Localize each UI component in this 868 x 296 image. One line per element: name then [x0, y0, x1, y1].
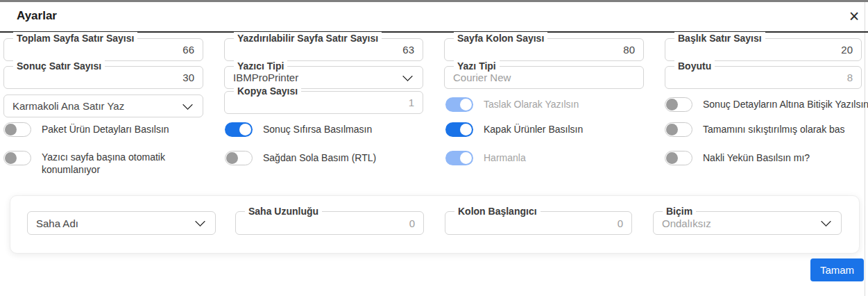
- printer-auto-position-toggle-row: Yazıcı sayfa başına otomatik konumlanıyo…: [3, 151, 180, 176]
- toggle-switch[interactable]: [225, 151, 253, 165]
- field-value: 0: [409, 212, 415, 234]
- field-label: Kopya Sayısı: [234, 85, 301, 98]
- field-label: Sonuç Satır Sayısı: [13, 60, 105, 73]
- field-label: Yazdırılabilir Sayfa Satır Sayısı: [234, 32, 382, 45]
- selected-value: Saha Adı: [36, 212, 78, 234]
- close-icon[interactable]: ×: [845, 6, 863, 26]
- skip-zero-result-toggle-row: Sonuç Sıfırsa Basılmasın: [225, 122, 372, 137]
- selected-value: Ondalıksız: [662, 212, 711, 234]
- toggle-label: Sonuç Detayların Altına Bitişik Yazılsın: [703, 98, 868, 110]
- dialog-title: Ayarlar: [17, 9, 57, 23]
- cover-products-toggle-row: Kapak Ürünler Basılsın: [445, 122, 583, 137]
- toggle-switch[interactable]: [3, 151, 31, 165]
- toggle-label: Paket Ürün Detayları Basılsın: [42, 123, 169, 135]
- field-value: 63: [402, 39, 414, 60]
- carry-forward-total-toggle-row: Nakli Yekün Basılsın mı?: [665, 151, 810, 165]
- field-value: 1: [409, 92, 414, 113]
- field-label: Başlık Satır Sayısı: [674, 32, 765, 45]
- toggle-switch[interactable]: [3, 122, 31, 137]
- toggle-switch[interactable]: [665, 97, 692, 112]
- field-label: Boyutu: [674, 60, 715, 73]
- font-type-field[interactable]: Yazı Tipi Courier New: [444, 66, 644, 89]
- toggle-label: Taslak Olarak Yazılsın: [484, 98, 579, 110]
- field-value: 66: [182, 39, 194, 60]
- package-product-details-toggle-row: Paket Ürün Detayları Basılsın: [3, 122, 169, 137]
- draft-print-toggle-row: Taslak Olarak Yazılsın: [445, 97, 579, 112]
- toggle-label: Sonuç Sıfırsa Basılmasın: [263, 123, 372, 135]
- page-columns-field[interactable]: Sayfa Kolon Sayısı 80: [444, 38, 644, 61]
- field-value: 0: [618, 212, 623, 234]
- field-length-field[interactable]: Saha Uzunluğu 0: [235, 211, 424, 235]
- toggle-label: Yazıcı sayfa başına otomatik konumlanıyo…: [42, 151, 180, 176]
- font-size-field[interactable]: Boyutu 8: [665, 66, 862, 89]
- toggle-switch[interactable]: [445, 151, 473, 165]
- toggle-label: Nakli Yekün Basılsın mı?: [703, 151, 810, 164]
- field-value: Courier New: [453, 67, 511, 88]
- chevron-down-icon: [195, 216, 206, 227]
- dialog-right-border: [865, 2, 865, 296]
- chevron-down-icon: [402, 71, 414, 82]
- toggle-switch[interactable]: [225, 122, 253, 137]
- toggle-switch[interactable]: [445, 122, 473, 137]
- field-label: Toplam Sayfa Satır Sayısı: [13, 32, 137, 45]
- print-compressed-toggle-row: Tamamını sıkıştırılmış olarak bas: [665, 122, 845, 137]
- printable-page-rows-field[interactable]: Yazdırılabilir Sayfa Satır Sayısı 63: [224, 38, 423, 61]
- field-value: 30: [182, 67, 194, 88]
- result-rows-field[interactable]: Sonuç Satır Sayısı 30: [3, 66, 203, 89]
- format-select[interactable]: Biçim Ondalıksız: [653, 211, 842, 235]
- toggle-label: Kapak Ürünler Basılsın: [484, 123, 583, 135]
- selected-value: Karmakoli Ana Satır Yaz: [12, 95, 124, 117]
- field-name-select[interactable]: Saha Adı: [27, 211, 216, 235]
- karmakoli-select[interactable]: Karmakoli Ana Satır Yaz: [3, 94, 203, 117]
- collate-toggle-row: Harmanla: [445, 151, 526, 165]
- toggle-label: Sağdan Sola Basım (RTL): [263, 151, 376, 164]
- toggle-switch[interactable]: [445, 97, 473, 112]
- header-rows-field[interactable]: Başlık Satır Sayısı 20: [665, 38, 862, 61]
- field-value: 80: [623, 39, 635, 60]
- toggle-label: Tamamını sıkıştırılmış olarak bas: [703, 123, 845, 135]
- field-label: Sayfa Kolon Sayısı: [454, 32, 547, 45]
- result-details-adjacent-toggle-row: Sonuç Detayların Altına Bitişik Yazılsın: [665, 97, 868, 112]
- chevron-down-icon: [821, 216, 832, 227]
- total-page-rows-field[interactable]: Toplam Sayfa Satır Sayısı 66: [3, 38, 203, 61]
- field-value: 8: [847, 67, 853, 88]
- copy-count-field[interactable]: Kopya Sayısı 1: [224, 91, 423, 114]
- field-settings-panel: Saha Adı Saha Uzunluğu 0 Kolon Başlangıc…: [10, 195, 860, 254]
- column-start-field[interactable]: Kolon Başlangıcı 0: [445, 211, 632, 235]
- window-top-edge: [0, 0, 868, 2]
- settings-dialog: Ayarlar × Toplam Sayfa Satır Sayısı 66 Y…: [0, 0, 868, 296]
- toggle-switch[interactable]: [665, 151, 692, 165]
- ok-button[interactable]: Tamam: [810, 258, 864, 281]
- toggle-switch[interactable]: [665, 122, 692, 137]
- field-value: 20: [841, 39, 853, 60]
- field-label: Saha Uzunluğu: [245, 205, 322, 218]
- rtl-print-toggle-row: Sağdan Sola Basım (RTL): [225, 151, 376, 165]
- toggle-label: Harmanla: [484, 151, 526, 164]
- chevron-down-icon: [182, 99, 194, 110]
- field-label: Kolon Başlangıcı: [454, 205, 541, 218]
